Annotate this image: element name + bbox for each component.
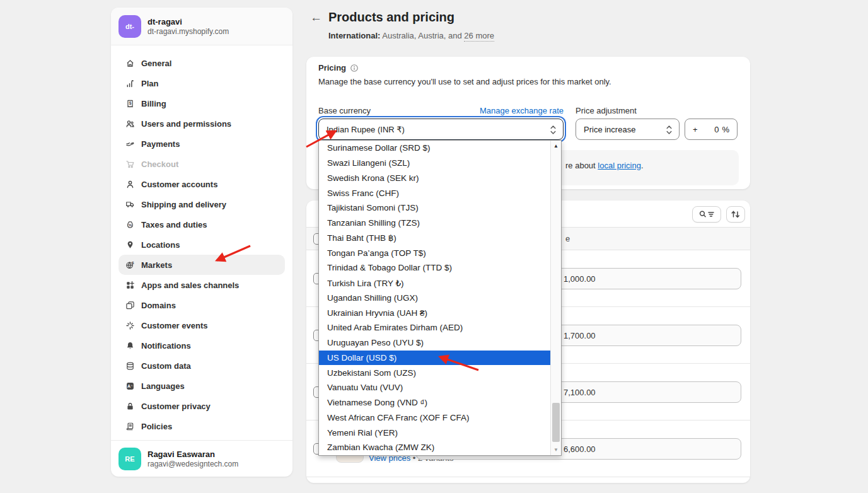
map-pin-icon — [125, 240, 135, 250]
currency-option[interactable]: Vanuatu Vatu (VUV) — [319, 380, 550, 395]
base-currency-label: Base currency — [318, 106, 371, 115]
currency-option[interactable]: Thai Baht (THB ฿) — [319, 231, 550, 246]
sidebar-item-languages[interactable]: A≈ Languages — [119, 376, 285, 396]
sidebar-item-markets[interactable]: $ Markets — [119, 255, 285, 275]
sidebar-item-billing[interactable]: $ Billing — [119, 93, 285, 113]
currency-option[interactable]: Tanzanian Shilling (TZS) — [319, 216, 550, 231]
currency-option[interactable]: Ukrainian Hryvnia (UAH ₴) — [319, 305, 550, 320]
more-countries-link[interactable]: 26 more — [464, 31, 494, 42]
sidebar-item-users-and-permissions[interactable]: Users and permissions — [119, 113, 285, 134]
base-currency-select[interactable]: Indian Rupee (INR ₹) — [318, 119, 564, 140]
user-email: ragavi@wedesigntech.com — [148, 460, 238, 468]
currency-dropdown-list: Surinamese Dollar (SRD $) Swazi Lilangen… — [318, 140, 562, 456]
currency-option[interactable]: Ugandan Shilling (UGX) — [319, 291, 550, 306]
sort-button[interactable] — [726, 206, 745, 223]
user-name: Ragavi Easwaran — [148, 450, 238, 459]
cart-icon — [125, 159, 135, 169]
store-name: dt-ragavi — [148, 17, 229, 26]
currency-option[interactable]: Swiss Franc (CHF) — [319, 185, 550, 200]
currency-option[interactable]: Trinidad & Tobago Dollar (TTD $) — [319, 260, 550, 276]
currency-option[interactable]: Tajikistani Somoni (TJS) — [319, 200, 550, 216]
apps-grid-icon — [125, 280, 135, 290]
currency-option[interactable]: Yemeni Rial (YER) — [319, 425, 550, 440]
search-filter-icon — [698, 210, 715, 219]
sidebar-item-customer-privacy[interactable]: Customer privacy — [119, 396, 285, 416]
currency-option[interactable]: Vietnamese Dong (VND ₫) — [319, 395, 550, 410]
settings-sidebar: dt- dt-ragavi dt-ragavi.myshopify.com Ge… — [111, 8, 292, 477]
lock-icon — [125, 401, 135, 411]
sort-icon — [731, 210, 741, 219]
price-adjustment-select[interactable]: Price increase — [576, 119, 680, 140]
currency-option[interactable]: Swedish Krona (SEK kr) — [319, 171, 550, 186]
currency-option[interactable]: Swazi Lilangeni (SZL) — [319, 156, 550, 171]
scroll-down-icon[interactable]: ▼ — [551, 444, 561, 455]
receipt-icon: $ — [125, 98, 135, 108]
local-pricing-link[interactable]: local pricing — [598, 161, 641, 170]
sidebar-item-domains[interactable]: Domains — [119, 295, 285, 315]
store-domain: dt-ragavi.myshopify.com — [148, 27, 229, 36]
currency-option[interactable]: Uzbekistani Som (UZS) — [319, 365, 550, 380]
currency-option[interactable]: Surinamese Dollar (SRD $) — [319, 141, 550, 156]
users-icon — [125, 119, 135, 129]
page-subtitle: International: Australia, Austria, and 2… — [328, 31, 494, 40]
sidebar-item-policies[interactable]: Policies — [119, 416, 285, 436]
sidebar-item-customer-events[interactable]: Customer events — [119, 315, 285, 335]
translate-icon: A≈ — [125, 381, 135, 391]
user-footer[interactable]: RE Ragavi Easwaran ragavi@wedesigntech.c… — [111, 440, 292, 477]
sidebar-item-checkout: Checkout — [119, 154, 285, 174]
tax-percent-icon: % — [125, 219, 135, 229]
sidebar-item-shipping-and-delivery[interactable]: Shipping and delivery — [119, 194, 285, 214]
spark-icon — [125, 320, 135, 330]
sidebar-item-general[interactable]: General — [119, 53, 285, 73]
adjustment-percent-input[interactable]: + 0 % — [685, 119, 738, 140]
search-filter-button[interactable] — [692, 206, 721, 223]
svg-text:$: $ — [132, 260, 134, 265]
settings-nav: General Plan $ Billing Users and permiss… — [111, 45, 292, 436]
user-avatar: RE — [119, 448, 141, 470]
scroll-up-icon[interactable]: ▲ — [551, 141, 561, 151]
currency-option[interactable]: Uruguayan Peso (UYU $) — [319, 335, 550, 351]
svg-text:$: $ — [129, 101, 131, 106]
sidebar-item-notifications[interactable]: Notifications — [119, 335, 285, 356]
sidebar-item-locations[interactable]: Locations — [119, 235, 285, 255]
scrollbar-thumb[interactable] — [552, 403, 560, 442]
payments-hand-icon — [125, 139, 135, 149]
table-column-header: e — [565, 234, 570, 243]
subtitle-market-name: International: — [328, 31, 380, 40]
back-arrow-icon[interactable]: ← — [310, 11, 322, 25]
price-adjustment-label: Price adjustment — [576, 106, 637, 115]
chevron-updown-icon — [666, 124, 673, 137]
svg-text:A: A — [127, 384, 130, 388]
sidebar-item-apps-and-sales-channels[interactable]: Apps and sales channels — [119, 275, 285, 295]
currency-option[interactable]: Tongan Pa’anga (TOP T$) — [319, 245, 550, 260]
currency-option[interactable]: West African CFA Franc (XOF F CFA) — [319, 410, 550, 426]
sidebar-item-customer-accounts[interactable]: Customer accounts — [119, 174, 285, 194]
policy-doc-icon — [125, 421, 135, 431]
dropdown-scrollbar[interactable]: ▲ ▼ — [550, 141, 561, 455]
sidebar-item-custom-data[interactable]: Custom data — [119, 356, 285, 376]
currency-option[interactable]: Turkish Lira (TRY ₺) — [319, 276, 550, 291]
truck-icon — [125, 199, 135, 209]
store-header[interactable]: dt- dt-ragavi dt-ragavi.myshopify.com — [111, 8, 292, 45]
sidebar-item-plan[interactable]: Plan — [119, 73, 285, 93]
page-title: Products and pricing — [328, 10, 454, 25]
svg-text:%: % — [128, 223, 132, 227]
currency-option-selected[interactable]: US Dollar (USD $) — [319, 351, 550, 366]
store-avatar: dt- — [119, 15, 141, 38]
globe-dollar-icon: $ — [125, 260, 135, 270]
sidebar-item-payments[interactable]: Payments — [119, 134, 285, 154]
pricing-card-title: Pricing — [318, 63, 346, 72]
manage-exchange-rate-link[interactable]: Manage exchange rate — [480, 106, 564, 115]
pricing-description: Manage the base currency you'll use to s… — [318, 77, 611, 86]
svg-text:≈: ≈ — [130, 383, 132, 386]
bell-icon — [125, 340, 135, 351]
currency-option[interactable]: United Arab Emirates Dirham (AED) — [319, 320, 550, 335]
database-icon — [125, 361, 135, 371]
info-icon[interactable] — [350, 64, 359, 72]
person-icon — [125, 179, 135, 189]
chevron-updown-icon — [550, 124, 557, 137]
domains-icon — [125, 300, 135, 310]
plan-chart-icon — [125, 78, 135, 88]
sidebar-item-taxes-and-duties[interactable]: % Taxes and duties — [119, 214, 285, 235]
currency-option[interactable]: Zambian Kwacha (ZMW ZK) — [319, 440, 550, 455]
